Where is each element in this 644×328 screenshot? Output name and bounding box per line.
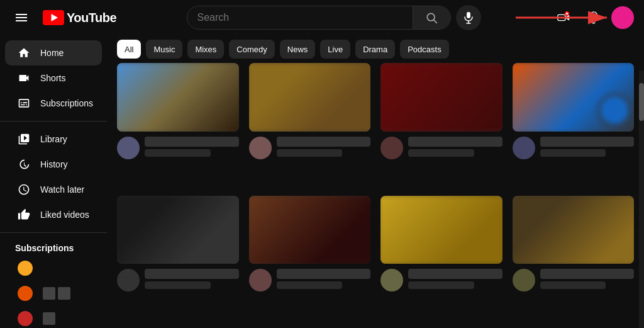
filter-chip-live[interactable]: Live bbox=[320, 40, 350, 59]
sidebar: Home Shorts Subscriptions bbox=[0, 35, 107, 328]
home-label: Home bbox=[40, 48, 64, 58]
channel-avatar-7 bbox=[380, 269, 403, 291]
filter-bar: All Music Mixes Comedy News Live Drama P… bbox=[107, 35, 644, 63]
thumbnail-2 bbox=[249, 63, 371, 132]
channel-avatar-1 bbox=[117, 137, 140, 159]
hamburger-button[interactable] bbox=[10, 6, 33, 29]
scrollbar-track[interactable] bbox=[639, 71, 644, 328]
video-text-5 bbox=[145, 269, 239, 291]
youtube-logo-icon bbox=[43, 10, 64, 25]
hamburger-icon bbox=[16, 14, 27, 21]
video-text-2 bbox=[277, 137, 371, 159]
filter-chip-music[interactable]: Music bbox=[146, 40, 182, 59]
video-grid bbox=[107, 63, 644, 328]
subscription-item-2[interactable] bbox=[5, 281, 102, 306]
sidebar-item-history[interactable]: History bbox=[5, 152, 102, 177]
filter-chip-comedy[interactable]: Comedy bbox=[229, 40, 274, 59]
video-meta-2 bbox=[277, 149, 343, 157]
channel-avatar-4 bbox=[513, 137, 535, 159]
scrollbar-thumb[interactable] bbox=[639, 83, 644, 121]
video-title-1 bbox=[145, 137, 239, 147]
thumbnail-5 bbox=[117, 196, 239, 264]
library-label: Library bbox=[40, 134, 67, 144]
subscriptions-label: Subscriptions bbox=[40, 98, 93, 108]
video-card-5[interactable] bbox=[117, 196, 239, 319]
bell-icon bbox=[587, 11, 601, 25]
thumbnail-4 bbox=[513, 63, 635, 132]
video-meta-3 bbox=[408, 149, 474, 157]
shorts-label: Shorts bbox=[40, 73, 65, 83]
create-button[interactable] bbox=[551, 5, 576, 30]
filter-chip-podcasts[interactable]: Podcasts bbox=[400, 40, 448, 59]
thumbnail-8 bbox=[513, 196, 635, 264]
search-input[interactable] bbox=[187, 12, 413, 23]
sidebar-divider-1 bbox=[0, 121, 107, 122]
header: YouTube bbox=[0, 0, 644, 35]
channel-avatar-6 bbox=[249, 269, 272, 291]
video-card-6[interactable] bbox=[249, 196, 371, 319]
sidebar-item-home[interactable]: Home bbox=[5, 40, 102, 65]
liked-videos-icon bbox=[18, 208, 30, 221]
channel-avatar-8 bbox=[513, 269, 535, 291]
video-title-5 bbox=[145, 269, 239, 279]
svg-line-6 bbox=[434, 20, 437, 23]
main-content: All Music Mixes Comedy News Live Drama P… bbox=[107, 35, 644, 328]
svg-rect-0 bbox=[16, 14, 27, 15]
video-card-7[interactable] bbox=[380, 196, 502, 319]
sub-avatar-1 bbox=[18, 261, 33, 276]
sidebar-item-subscriptions[interactable]: Subscriptions bbox=[5, 91, 102, 116]
filter-chip-mixes[interactable]: Mixes bbox=[187, 40, 224, 59]
search-button[interactable] bbox=[413, 6, 450, 30]
subscription-item-3[interactable] bbox=[5, 306, 102, 328]
channel-avatar-2 bbox=[249, 137, 272, 159]
video-card-8[interactable] bbox=[513, 196, 635, 319]
filter-chip-drama[interactable]: Drama bbox=[355, 40, 395, 59]
video-info-2 bbox=[249, 132, 371, 162]
liked-videos-label: Liked videos bbox=[40, 210, 89, 220]
video-meta-1 bbox=[145, 149, 211, 157]
header-left: YouTube bbox=[10, 6, 116, 29]
sub-avatar-2 bbox=[18, 286, 33, 301]
sidebar-item-watch-later[interactable]: Watch later bbox=[5, 177, 102, 202]
video-card-3[interactable] bbox=[380, 63, 502, 186]
shorts-icon bbox=[18, 72, 30, 84]
video-text-7 bbox=[408, 269, 502, 291]
video-meta-4 bbox=[540, 149, 606, 157]
subscriptions-icon bbox=[18, 97, 30, 110]
subscription-item-1[interactable] bbox=[5, 256, 102, 281]
sidebar-item-liked-videos[interactable]: Liked videos bbox=[5, 202, 102, 227]
microphone-button[interactable] bbox=[456, 5, 481, 30]
home-icon bbox=[18, 47, 30, 59]
sidebar-item-shorts[interactable]: Shorts bbox=[5, 65, 102, 91]
history-label: History bbox=[40, 159, 68, 169]
video-card-2[interactable] bbox=[249, 63, 371, 186]
video-info-7 bbox=[380, 264, 502, 294]
video-info-5 bbox=[117, 264, 239, 294]
video-text-8 bbox=[540, 269, 635, 291]
youtube-logo[interactable]: YouTube bbox=[43, 10, 116, 25]
svg-rect-10 bbox=[558, 14, 565, 20]
user-avatar-button[interactable] bbox=[611, 6, 634, 29]
video-info-3 bbox=[380, 132, 502, 162]
video-meta-7 bbox=[408, 281, 474, 289]
video-title-6 bbox=[277, 269, 371, 279]
notifications-button[interactable] bbox=[581, 5, 606, 30]
video-info-8 bbox=[513, 264, 635, 294]
history-icon bbox=[18, 158, 30, 171]
library-icon bbox=[18, 133, 30, 145]
header-right bbox=[551, 5, 634, 30]
microphone-icon bbox=[464, 11, 474, 24]
video-card-1[interactable] bbox=[117, 63, 239, 186]
video-meta-8 bbox=[540, 281, 606, 289]
filter-chip-news[interactable]: News bbox=[280, 40, 316, 59]
thumbnail-1 bbox=[117, 63, 239, 132]
filter-chip-all[interactable]: All bbox=[117, 40, 141, 59]
search-bar bbox=[187, 6, 451, 30]
header-center bbox=[121, 5, 546, 30]
sidebar-item-library[interactable]: Library bbox=[5, 127, 102, 152]
video-meta-5 bbox=[145, 281, 211, 289]
video-card-4[interactable] bbox=[513, 63, 635, 186]
video-text-6 bbox=[277, 269, 371, 291]
thumbnail-7 bbox=[380, 196, 502, 264]
channel-avatar-5 bbox=[117, 269, 140, 291]
